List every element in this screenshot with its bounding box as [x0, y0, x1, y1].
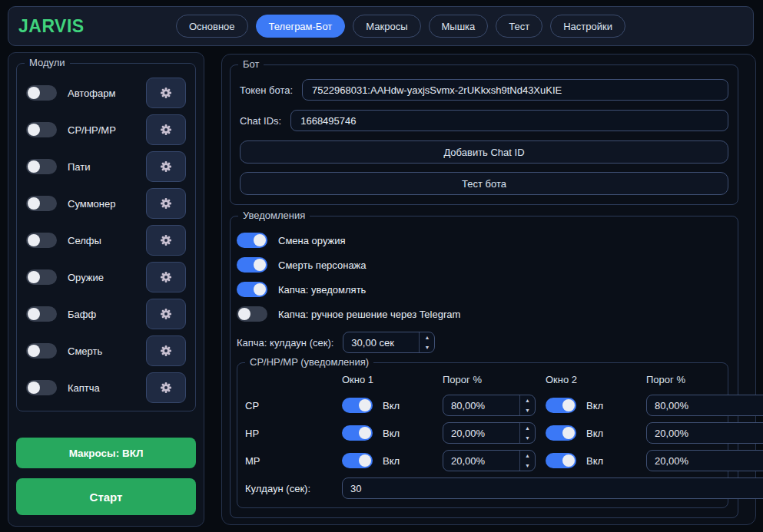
toggle-death[interactable] [26, 343, 57, 359]
mp-threshold2-cell: ▲▼ [646, 449, 763, 472]
token-input[interactable] [302, 79, 728, 101]
toggle-party[interactable] [26, 159, 57, 174]
toggle-autofarm[interactable] [26, 85, 57, 101]
toggle-mp-window2[interactable] [546, 453, 576, 468]
toggle-cp-hp-mp[interactable] [26, 122, 57, 137]
captcha-cooldown-input[interactable] [343, 332, 419, 352]
gear-icon [160, 234, 172, 246]
test-bot-button[interactable]: Тест бота [240, 172, 728, 195]
notification-label: Смерть персонажа [278, 259, 367, 271]
mp-threshold1-cell: ▲▼ [443, 449, 546, 472]
summoner-settings-button[interactable] [146, 188, 186, 219]
mp-threshold2-input[interactable] [647, 451, 763, 471]
toggle-knob [562, 399, 575, 411]
header-window-2: Окно 2 [546, 374, 646, 389]
spinner-down-icon[interactable]: ▼ [520, 433, 535, 443]
gear-icon [160, 382, 172, 394]
tab-nastroyki[interactable]: Настройки [550, 15, 625, 38]
toggle-knob [254, 234, 266, 246]
cp-threshold2-input[interactable] [647, 395, 763, 415]
spinner-up-icon[interactable]: ▲ [520, 451, 535, 461]
cphpmp-cooldown-input[interactable] [343, 478, 763, 498]
weapon-settings-button[interactable] [146, 262, 186, 292]
module-row: Смерть [26, 332, 186, 369]
toggle-knob [359, 454, 371, 467]
buff-settings-button[interactable] [146, 299, 186, 329]
tab-test[interactable]: Тест [496, 15, 542, 38]
add-chat-id-button[interactable]: Добавить Chat ID [240, 140, 728, 164]
tab-myshka[interactable]: Мышка [429, 15, 489, 38]
hp-threshold1-input[interactable] [443, 423, 519, 443]
sidebar-panel: Модули Автофарм CP/HP/MP Пати Суммонер [8, 52, 204, 527]
toggle-knob [238, 308, 250, 320]
spinner-up-icon[interactable]: ▲ [520, 395, 535, 405]
module-row: Суммонер [26, 185, 186, 222]
captcha-settings-button[interactable] [146, 372, 186, 403]
toggle-buff[interactable] [26, 306, 57, 322]
chat-ids-input[interactable] [290, 110, 728, 131]
toggle-cp-window2[interactable] [546, 398, 576, 413]
cp-threshold2-cell: ▲▼ [646, 394, 763, 417]
toggle-knob [28, 160, 40, 173]
module-label: Автофарм [68, 88, 115, 99]
toggle-knob [359, 399, 371, 411]
toggle-weapon-change-notify[interactable] [237, 233, 267, 248]
cp-hp-mp-settings-button[interactable] [146, 114, 186, 145]
cphpmp-table: Окно 1 Порог % Окно 2 Порог % CP Вкл ▲▼ [245, 374, 720, 500]
toggle-knob [28, 234, 40, 246]
module-row: CP/HP/MP [26, 111, 186, 148]
toggle-captcha-notify[interactable] [237, 282, 267, 297]
selfbuffs-settings-button[interactable] [146, 225, 186, 256]
mp-window2-cell: Вкл [546, 449, 646, 472]
spinner-down-icon[interactable]: ▼ [520, 461, 535, 471]
toggle-hp-window1[interactable] [342, 425, 373, 441]
gear-icon [160, 124, 172, 136]
toggle-captcha[interactable] [26, 380, 57, 395]
spinner-controls: ▲▼ [519, 395, 535, 415]
hp-window2-cell: Вкл [546, 421, 646, 444]
toggle-state-label: Вкл [383, 428, 400, 439]
spinner-up-icon[interactable]: ▲ [420, 332, 434, 342]
app-logo: JARVIS [18, 16, 85, 37]
hp-threshold2-input[interactable] [647, 423, 763, 443]
toggle-mp-window1[interactable] [342, 453, 373, 468]
toggle-state-label: Вкл [586, 455, 603, 467]
module-row: Оружие [26, 259, 186, 296]
macros-toggle-button[interactable]: Макросы: ВКЛ [16, 438, 196, 468]
notification-row: Смерть персонажа [237, 253, 728, 277]
death-settings-button[interactable] [146, 335, 186, 366]
tab-makrosy[interactable]: Макросы [353, 15, 420, 38]
cphpmp-group: CP/HP/MP (уведомления) Окно 1 Порог % Ок… [237, 362, 728, 508]
gear-icon [160, 308, 172, 320]
mp-window1-cell: Вкл [342, 449, 443, 472]
tab-telegram-bot[interactable]: Телеграм-Бот [256, 15, 346, 38]
mp-threshold1-input[interactable] [443, 451, 519, 471]
toggle-knob [28, 308, 40, 320]
spinner-up-icon[interactable]: ▲ [520, 423, 535, 433]
toggle-cp-window1[interactable] [342, 398, 373, 413]
spinner-controls: ▲▼ [519, 423, 535, 443]
start-button[interactable]: Старт [16, 478, 196, 515]
cp-window1-cell: Вкл [342, 394, 443, 417]
autofarm-settings-button[interactable] [146, 78, 186, 108]
module-label: Смерть [68, 345, 102, 357]
spinner-down-icon[interactable]: ▼ [420, 342, 434, 352]
toggle-selfbuffs[interactable] [26, 233, 57, 248]
toggle-knob [562, 427, 575, 439]
party-settings-button[interactable] [146, 151, 186, 182]
gear-icon [160, 197, 172, 210]
module-label: Бафф [68, 309, 96, 320]
notification-row: Капча: ручное решение через Telegram [237, 302, 728, 326]
main-panel: Бот Токен бота: Chat IDs: Добавить Chat … [221, 54, 756, 525]
toggle-knob [28, 271, 40, 283]
tab-osnovnoe[interactable]: Основное [176, 15, 248, 38]
toggle-weapon[interactable] [26, 269, 57, 285]
toggle-char-death-notify[interactable] [237, 257, 267, 273]
cp-threshold2-spinner: ▲▼ [646, 395, 763, 416]
cp-threshold1-input[interactable] [443, 395, 519, 415]
toggle-summoner[interactable] [26, 196, 57, 211]
toggle-hp-window2[interactable] [546, 425, 576, 441]
toggle-state-label: Вкл [383, 455, 400, 467]
spinner-down-icon[interactable]: ▼ [520, 405, 535, 415]
toggle-captcha-manual-solve[interactable] [237, 306, 267, 322]
